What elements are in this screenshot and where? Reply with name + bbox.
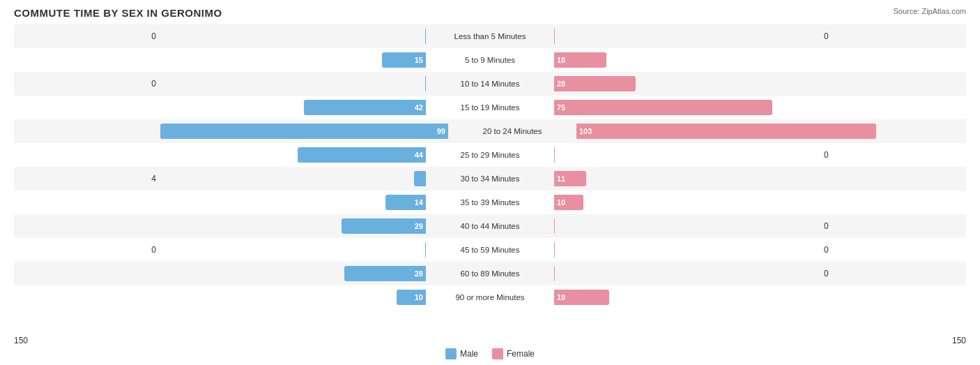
male-bar-wrap: 14	[160, 195, 427, 210]
male-bar-wrap: 44	[160, 147, 427, 163]
female-bar: 18	[554, 52, 606, 68]
bar-pair: 10 to 14 Minutes 28	[160, 72, 820, 96]
axis-left: 150	[14, 336, 28, 345]
male-bar: 29	[342, 218, 426, 234]
legend-male-box	[445, 348, 457, 359]
bar-pair: 14 35 to 39 Minutes 10	[160, 191, 820, 214]
male-bar: 44	[298, 147, 426, 163]
female-bar-wrap: 18	[553, 52, 820, 68]
table-row: 0 45 to 59 Minutes 0	[14, 238, 966, 262]
male-bar-wrap	[160, 171, 427, 186]
bar-pair: 15 5 to 9 Minutes 18	[160, 48, 820, 72]
bars-center: 44 25 to 29 Minutes	[160, 143, 820, 167]
female-bar: 28	[554, 76, 636, 91]
female-bar-wrap: 11	[553, 171, 820, 186]
table-row: 0 Less than 5 Minutes 0	[14, 24, 966, 48]
male-bar-wrap	[160, 76, 427, 91]
bar-pair: 45 to 59 Minutes	[160, 238, 820, 262]
bar-pair: 30 to 34 Minutes 11	[160, 167, 820, 191]
bars-center: Less than 5 Minutes	[160, 24, 820, 48]
male-bar: 42	[304, 100, 426, 115]
female-value: 75	[554, 103, 568, 112]
bars-center: 99 20 to 24 Minutes 103	[160, 119, 876, 143]
chart-container: COMMUTE TIME BY SEX IN GERONIMO Source: …	[0, 0, 980, 365]
female-bar-wrap: 75	[553, 100, 820, 115]
male-label-value: 0	[14, 245, 160, 255]
female-bar	[554, 218, 555, 234]
table-row: 15 5 to 9 Minutes 18	[14, 48, 966, 72]
bars-center: 10 to 14 Minutes 28	[160, 72, 820, 96]
row-label: 90 or more Minutes	[427, 293, 553, 301]
table-row: 29 40 to 44 Minutes 0	[14, 214, 966, 238]
male-value: 42	[412, 103, 426, 112]
female-bar	[554, 29, 555, 44]
bar-pair: Less than 5 Minutes	[160, 24, 820, 48]
female-bar-wrap: 103	[575, 124, 876, 139]
male-bar: 10	[397, 290, 426, 305]
female-bar-wrap: 10	[553, 195, 820, 210]
male-bar: 28	[344, 266, 426, 281]
female-value: 18	[554, 56, 568, 64]
table-row: 28 60 to 89 Minutes 0	[14, 262, 966, 285]
bar-pair: 42 15 to 19 Minutes 75	[160, 96, 820, 119]
female-label-value: 0	[820, 245, 966, 255]
legend-male: Male	[445, 348, 478, 359]
chart-title: COMMUTE TIME BY SEX IN GERONIMO	[14, 7, 966, 19]
male-value: 15	[412, 56, 426, 64]
female-value: 28	[554, 80, 568, 88]
bar-pair: 28 60 to 89 Minutes	[160, 262, 820, 285]
bar-pair: 99 20 to 24 Minutes 103	[160, 119, 876, 143]
male-bar-wrap	[160, 242, 427, 258]
row-label: 40 to 44 Minutes	[427, 222, 553, 230]
female-label-value: 0	[820, 31, 966, 41]
male-label-value: 4	[14, 174, 160, 184]
female-bar-wrap: 28	[553, 76, 820, 91]
female-bar	[554, 147, 555, 163]
male-bar-wrap: 42	[160, 100, 427, 115]
table-row: 4 30 to 34 Minutes 11	[14, 167, 966, 191]
male-bar-wrap: 10	[160, 290, 427, 305]
female-bar: 10	[554, 195, 583, 210]
female-bar	[554, 242, 555, 258]
male-value: 99	[434, 127, 448, 135]
row-label: Less than 5 Minutes	[427, 32, 553, 40]
legend-male-label: Male	[460, 349, 478, 359]
bar-pair: 44 25 to 29 Minutes	[160, 143, 820, 167]
male-bar	[425, 242, 426, 258]
male-bar-wrap: 28	[160, 266, 427, 281]
female-bar: 75	[554, 100, 772, 115]
male-bar-wrap	[160, 29, 427, 44]
male-bar: 14	[385, 195, 426, 210]
female-value: 19	[554, 293, 568, 301]
legend-female-label: Female	[507, 349, 535, 359]
female-label-value: 0	[820, 269, 966, 278]
male-label-value: 0	[14, 31, 160, 41]
female-bar-wrap	[553, 147, 820, 163]
axis-right: 150	[952, 336, 966, 345]
female-bar-wrap	[553, 218, 820, 234]
source-label: Source: ZipAtlas.com	[893, 7, 966, 15]
row-label: 30 to 34 Minutes	[427, 174, 553, 183]
legend: Male Female	[445, 348, 535, 359]
female-bar-wrap	[553, 266, 820, 281]
female-bar: 103	[576, 124, 876, 139]
row-label: 45 to 59 Minutes	[427, 246, 553, 254]
male-bar-wrap: 99	[160, 124, 450, 139]
bars-center: 15 5 to 9 Minutes 18	[160, 48, 820, 72]
row-label: 5 to 9 Minutes	[427, 56, 553, 64]
row-label: 35 to 39 Minutes	[427, 198, 553, 207]
male-value: 14	[412, 198, 426, 207]
bars-center: 42 15 to 19 Minutes 75	[160, 96, 820, 119]
male-value: 29	[412, 222, 426, 230]
female-label-value: 0	[820, 150, 966, 160]
table-row: 0 10 to 14 Minutes 28	[14, 72, 966, 96]
male-bar	[414, 171, 426, 186]
male-value: 10	[412, 293, 426, 301]
bars-center: 14 35 to 39 Minutes 10	[160, 191, 820, 214]
male-value: 28	[412, 269, 426, 278]
male-bar: 15	[382, 52, 426, 68]
row-label: 60 to 89 Minutes	[427, 269, 553, 278]
female-bar	[554, 266, 555, 281]
bars-center: 29 40 to 44 Minutes	[160, 214, 820, 238]
female-bar-wrap	[553, 242, 820, 258]
